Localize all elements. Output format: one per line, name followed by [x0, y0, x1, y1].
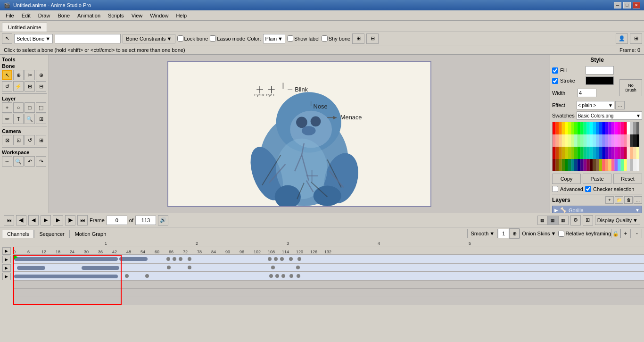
bone-rotate-tool[interactable]: ↺	[2, 81, 12, 92]
layer-text-tool[interactable]: T	[13, 114, 24, 124]
tl-zoom-out[interactable]: -	[632, 229, 642, 238]
close-button[interactable]: ✕	[633, 2, 640, 8]
tl-settings-btn[interactable]: ⚙	[570, 215, 581, 225]
tab-untitled-anime[interactable]: Untitled.anime	[2, 23, 47, 32]
tl-left-btn-4[interactable]: ▶	[2, 273, 11, 280]
select-bone-dropdown[interactable]: Select Bone ▼	[14, 34, 53, 43]
layers-add-btn[interactable]: +	[605, 196, 614, 204]
view-btn-1[interactable]: ▦	[537, 216, 548, 225]
workspace-zoom-tool[interactable]: 🔍	[13, 156, 24, 167]
lock-bone-checkbox[interactable]	[177, 35, 183, 42]
bone-cut-tool[interactable]: ✂	[25, 70, 35, 80]
tl-left-btn-1[interactable]: ▶	[2, 247, 11, 255]
layer-edit-tool[interactable]: ✏	[2, 114, 12, 124]
menu-file[interactable]: File	[2, 12, 18, 19]
tab-sequencer[interactable]: Sequencer	[34, 230, 69, 238]
camera-pan-tool[interactable]: ⊠	[2, 135, 12, 145]
camera-rotate-tool[interactable]: ↺	[25, 135, 35, 145]
swatches-dropdown[interactable]: Basic Colors.png ▼	[577, 111, 642, 120]
layer-extra-tool[interactable]: ⊞	[36, 114, 46, 124]
menu-window[interactable]: Window	[146, 12, 172, 19]
onion-skins-dropdown[interactable]: Onion Skins ▼	[520, 229, 558, 238]
paste-button[interactable]: Paste	[583, 174, 611, 184]
no-brush-button[interactable]: NoBrush	[619, 79, 642, 96]
bone-delete-tool[interactable]: ⊟	[36, 81, 46, 92]
workspace-undo-tool[interactable]: ↶	[25, 156, 35, 167]
width-input[interactable]: 4	[578, 89, 596, 97]
layer-zoom-tool[interactable]: 🔍	[25, 114, 35, 124]
settings-icon-btn[interactable]: ⊞	[630, 33, 642, 44]
bone-reparent-tool[interactable]: ⊞	[25, 81, 35, 92]
frame-input[interactable]: 0	[107, 216, 127, 225]
tl-left-btn-2[interactable]: ▶	[2, 256, 11, 263]
menu-scripts[interactable]: Scripts	[104, 12, 128, 19]
bone-strength-tool[interactable]: ⚡	[13, 81, 24, 92]
bone-target-tool[interactable]: ⊕	[36, 70, 46, 80]
bone-constraints-button[interactable]: Bone Constraints ▼	[123, 34, 175, 43]
tl-step-forward[interactable]: ▶	[53, 215, 63, 225]
effect-settings-btn[interactable]: …	[615, 101, 625, 109]
menu-edit[interactable]: Edit	[18, 12, 34, 19]
tl-goto-start[interactable]: ⏮	[4, 215, 14, 225]
tl-left-btn-3[interactable]: ▶	[2, 264, 11, 272]
layer-select-tool[interactable]: □	[25, 102, 35, 113]
menu-bone[interactable]: Bone	[54, 12, 74, 19]
bone-add-tool[interactable]: ⊕	[13, 70, 24, 80]
profile-icon-btn[interactable]: 👤	[616, 33, 628, 44]
stroke-checkbox[interactable]	[552, 78, 558, 84]
tl-prev-keyframe[interactable]: ◀|	[16, 215, 26, 225]
menu-view[interactable]: View	[128, 12, 147, 19]
layers-folder-btn[interactable]: 📁	[615, 196, 623, 204]
lasso-mode-checkbox[interactable]	[210, 35, 216, 42]
tl-audio-btn[interactable]: 🔊	[158, 215, 168, 225]
menu-help[interactable]: Help	[172, 12, 190, 19]
interpolation-dropdown[interactable]: Smooth ▼	[467, 229, 498, 238]
layer-gorilla[interactable]: ▶ 🦴 Gorilla ▼	[552, 206, 642, 213]
toolbar-icon-btn-2[interactable]: ⊟	[366, 33, 379, 44]
workspace-move-tool[interactable]: ↔	[2, 156, 12, 167]
layers-delete-btn[interactable]: 🗑	[624, 196, 633, 204]
display-quality-dropdown[interactable]: Display Quality ▼	[595, 216, 640, 225]
total-frames-input[interactable]: 113	[135, 216, 156, 225]
tl-goto-end[interactable]: ⏭	[77, 215, 88, 225]
workspace-redo-tool[interactable]: ↷	[36, 156, 46, 167]
advanced-checkbox[interactable]	[552, 186, 558, 192]
bone-select-tool[interactable]: ↖	[2, 70, 12, 80]
menu-draw[interactable]: Draw	[34, 12, 54, 19]
camera-zoom-tool[interactable]: ⊡	[13, 135, 24, 145]
layer-options-icon[interactable]: ▼	[635, 208, 640, 213]
layer-transform-tool[interactable]: ⬚	[36, 102, 46, 113]
layer-add-tool[interactable]: +	[2, 102, 12, 113]
maximize-button[interactable]: □	[623, 2, 631, 8]
view-btn-3[interactable]: ▦	[558, 216, 569, 225]
copy-button[interactable]: Copy	[552, 174, 581, 184]
tab-channels[interactable]: Channels	[2, 230, 34, 238]
tl-extra-btn[interactable]: ⊞	[583, 215, 593, 225]
fill-color-swatch[interactable]	[586, 66, 614, 75]
camera-extra-tool[interactable]: ⊞	[36, 135, 46, 145]
tl-step-back[interactable]: ◀	[28, 215, 39, 225]
show-label-checkbox[interactable]	[287, 35, 293, 42]
bone-name-input[interactable]	[55, 34, 121, 43]
tl-interp-btn[interactable]: ⊕	[509, 228, 520, 239]
tl-play[interactable]: ▶	[41, 215, 51, 225]
minimize-button[interactable]: ─	[614, 2, 621, 8]
reset-button[interactable]: Reset	[613, 174, 642, 184]
menu-animation[interactable]: Animation	[74, 12, 104, 19]
select-tool-arrow[interactable]: ↖	[2, 33, 12, 44]
effect-dropdown[interactable]: < plain > ▼	[577, 101, 614, 109]
tl-next-keyframe[interactable]: |▶	[65, 215, 75, 225]
lock-button[interactable]: 🔒	[611, 229, 620, 238]
color-plain-dropdown[interactable]: Plain ▼	[263, 34, 285, 43]
layer-circle-tool[interactable]: ○	[13, 102, 24, 113]
view-btn-2[interactable]: ▦	[548, 216, 558, 225]
fill-checkbox[interactable]	[552, 67, 558, 74]
stroke-color-swatch[interactable]	[586, 76, 614, 85]
shy-bone-checkbox[interactable]	[322, 35, 328, 42]
swatches-canvas[interactable]	[553, 122, 639, 171]
relative-keyframing-checkbox[interactable]	[558, 231, 564, 237]
toolbar-icon-btn-1[interactable]: ⊞	[352, 33, 364, 44]
tl-zoom-in[interactable]: +	[620, 229, 631, 238]
checker-selection-checkbox[interactable]	[585, 186, 591, 192]
interpolation-value-input[interactable]	[498, 229, 509, 238]
